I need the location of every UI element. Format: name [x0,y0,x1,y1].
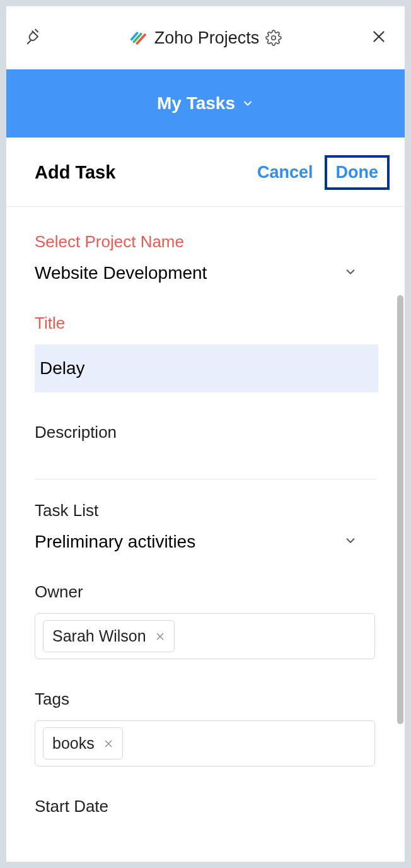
tag-chip: books [43,727,123,760]
tasklist-value: Preliminary activities [35,532,195,552]
project-value: Website Development [35,263,207,283]
extension-header: Zoho Projects [6,6,405,69]
cancel-button[interactable]: Cancel [257,163,313,182]
title-label: Title [35,314,376,333]
owner-chip-text: Sarah Wilson [52,627,146,645]
project-label: Select Project Name [35,232,376,252]
app-logo-icon [129,28,148,47]
chevron-down-icon [344,265,357,281]
form-actions: Cancel Done [257,155,390,190]
form-body: Select Project Name Website Development … [6,207,405,862]
tag-chip-text: books [52,734,95,753]
remove-chip-icon[interactable] [155,631,165,642]
svg-line-1 [35,30,38,32]
chevron-down-icon [344,534,357,550]
tasklist-label: Task List [35,501,376,520]
title-input[interactable] [35,344,378,392]
gear-icon[interactable] [265,30,282,46]
tags-label: Tags [35,689,376,709]
app-title: Zoho Projects [154,28,260,48]
description-field[interactable]: Description [35,423,376,479]
tags-input[interactable]: books [35,720,375,766]
project-field: Select Project Name Website Development [35,232,376,283]
title-field: Title [35,314,376,392]
chevron-down-icon [241,97,254,110]
side-panel: Zoho Projects My Tasks Add Task [6,6,405,862]
remove-chip-icon[interactable] [103,739,113,749]
owner-chip: Sarah Wilson [43,620,175,652]
startdate-field: Start Date [35,797,376,816]
plug-icon[interactable] [25,27,44,49]
tasklist-field: Task List Preliminary activities [35,501,376,552]
form-header: Add Task Cancel Done [6,138,405,207]
close-icon[interactable] [371,28,387,47]
view-switcher[interactable]: My Tasks [6,69,405,138]
app-title-group: Zoho Projects [129,28,282,48]
startdate-label: Start Date [35,797,376,816]
tags-field: Tags books [35,689,376,766]
svg-point-2 [272,36,276,40]
description-label: Description [35,423,376,479]
scrollbar[interactable] [397,295,403,724]
page-title: Add Task [35,162,115,183]
tasklist-select[interactable]: Preliminary activities [35,532,376,552]
view-switcher-label: My Tasks [157,93,235,114]
owner-field: Owner Sarah Wilson [35,582,376,659]
project-select[interactable]: Website Development [35,263,376,283]
owner-label: Owner [35,582,376,602]
owner-input[interactable]: Sarah Wilson [35,613,375,659]
done-button[interactable]: Done [325,155,390,190]
